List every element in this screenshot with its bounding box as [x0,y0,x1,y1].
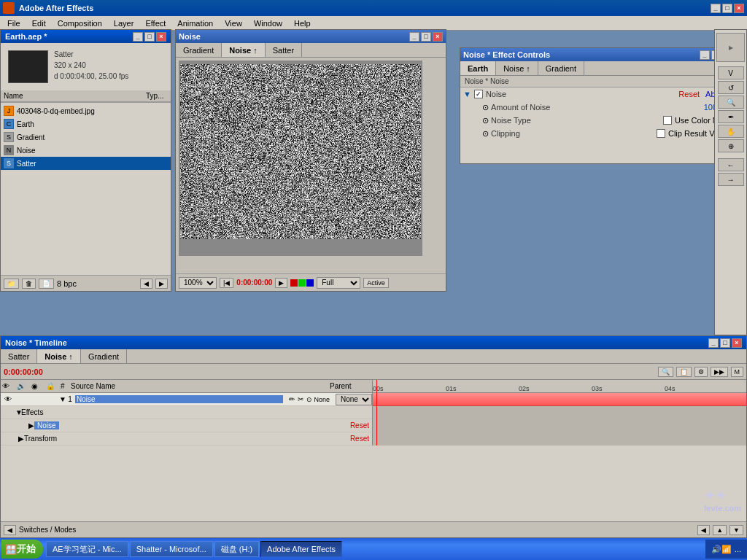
pen-tool[interactable]: ✒ [718,110,744,123]
clip-result-checkbox[interactable] [657,129,665,138]
hand-tool[interactable]: ✋ [718,125,744,138]
layer-visibility-icon[interactable]: 👁 [1,395,15,403]
tl-tool-1[interactable]: 🔍 [658,367,673,377]
taskbar-item-ae-notes[interactable]: AE学习笔记 - Mic... [46,541,128,557]
ec-tab-earth[interactable]: Earth [460,61,496,75]
active-btn[interactable]: Active [363,278,389,288]
viewer-controls-btns[interactable]: _ □ × [409,32,443,42]
arrow-left-tool[interactable]: ← [718,158,744,171]
tl-tab-gradient[interactable]: Gradient [81,349,127,363]
menu-composition[interactable]: Composition [52,18,108,29]
timeline-tabs: Satter Noise ↑ Gradient [1,349,746,364]
timeline-bottom-bar: ◀ Switches / Modes ◀ ▲ ▼ [1,521,746,537]
rotate-tool[interactable]: ↺ [718,81,744,94]
viewer-canvas-area [179,61,422,256]
effects-arrow[interactable]: ▼ [15,408,21,416]
noise-reset-btn[interactable]: Reset [678,90,700,98]
menu-view[interactable]: View [219,18,248,29]
project-list-header: Name Typ... [1,90,171,102]
start-button[interactable]: 🪟 开始 [1,540,43,559]
tl-minimize-btn[interactable]: _ [708,338,719,348]
tl-bottom-left[interactable]: ◀ [4,525,16,535]
noise-eff-reset[interactable]: Reset [350,421,372,429]
preview-btn[interactable]: ▶ [275,278,287,288]
ec-tab-gradient[interactable]: Gradient [538,61,584,75]
viewer-close-btn[interactable]: × [433,32,443,42]
layer-row[interactable]: 👁 ▼ 1 Noise ✏ ✂ ⊙ None None [1,393,372,406]
select-tool[interactable]: V [718,66,744,79]
effect-name: Noise * Noise [460,76,736,88]
list-item-selected[interactable]: S Satter [1,157,171,170]
new-folder-btn[interactable]: 📁 [4,279,19,289]
taskbar-item-shatter[interactable]: Shatter - Microsof... [130,541,213,557]
app-window-controls[interactable]: _ □ × [711,4,744,13]
viewer-maximize-btn[interactable]: □ [421,32,431,42]
col-solo: ◉ [30,382,44,390]
maximize-button[interactable]: □ [722,4,732,13]
tl-maximize-btn[interactable]: □ [720,338,730,348]
project-preview-area: Satter 320 x 240 d 0:00:04:00, 25.00 fps [1,43,171,90]
menu-file[interactable]: File [1,18,26,29]
project-close-btn[interactable]: × [156,32,166,42]
scroll-right[interactable]: ▶ [155,279,168,289]
menu-help[interactable]: Help [288,18,317,29]
timeline-window-controls[interactable]: _ □ × [708,338,742,348]
tl-tab-satter[interactable]: Satter [1,349,37,363]
noise-eff-arrow[interactable]: ▶ [28,421,34,429]
layer-pencil-icon[interactable]: ✏ [289,395,298,403]
tl-close-btn[interactable]: × [732,338,742,348]
list-item[interactable]: N Noise [1,144,171,157]
menu-layer[interactable]: Layer [108,18,140,29]
effect-noise-row: ▼ ✓ Noise Reset About... [460,88,736,101]
close-button[interactable]: × [734,4,744,13]
minimize-button[interactable]: _ [711,4,721,13]
layer-expand-arrow[interactable]: ▼ [59,395,65,403]
tl-bottom-play[interactable]: ◀ [697,525,710,535]
transform-reset[interactable]: Reset [350,435,372,443]
parent-select[interactable]: None [336,394,372,405]
quality-select[interactable]: Full Half Quarter [317,277,360,289]
project-minimize-btn[interactable]: _ [133,32,143,42]
arrow-right-tool[interactable]: → [718,173,744,186]
menu-animation[interactable]: Animation [171,18,219,29]
tl-tool-4[interactable]: ▶▶ [711,367,728,377]
tab-noise[interactable]: Noise ↑ [222,43,266,57]
noise-enable-checkbox[interactable]: ✓ [474,90,483,98]
use-color-checkbox[interactable] [663,116,672,125]
list-item[interactable]: C Earth [1,117,171,131]
zoom-tool[interactable]: 🔍 [718,96,744,109]
delete-btn[interactable]: 🗑 [22,279,36,289]
layer-edit-icon[interactable]: ✂ [298,395,306,403]
tab-satter[interactable]: Satter [266,43,302,57]
tl-tool-2[interactable]: 📋 [676,367,692,377]
first-frame-btn[interactable]: |◀ [220,278,233,288]
project-maximize-btn[interactable]: □ [144,32,155,42]
transform-arrow[interactable]: ▶ [18,435,24,443]
menu-window[interactable]: Window [248,18,288,29]
viewer-minimize-btn[interactable]: _ [409,32,419,42]
tl-tab-noise[interactable]: Noise ↑ [37,349,81,363]
new-item-btn[interactable]: 📄 [39,279,54,289]
tl-tool-3[interactable]: ⚙ [694,367,708,377]
tl-bottom-end[interactable]: ▲ [713,525,727,535]
ruler-2s: 02s [519,385,530,392]
current-time[interactable]: 0:00:00:00 [4,368,43,376]
taskbar-item-ae[interactable]: Adobe After Effects [260,541,342,557]
scroll-left[interactable]: ◀ [140,279,152,289]
ec-minimize-btn[interactable]: _ [700,50,710,60]
noise-collapse-arrow[interactable]: ▼ [463,90,471,98]
tab-gradient[interactable]: Gradient [176,43,222,57]
playhead[interactable] [376,380,377,446]
watermark-url: fevte.com [704,504,741,513]
list-item[interactable]: S Gradient [1,131,171,144]
menu-effect[interactable]: Effect [139,18,171,29]
taskbar-item-disk[interactable]: 磁盘 (H:) [214,541,259,557]
tl-tool-5[interactable]: M [731,367,744,377]
magnify-tool[interactable]: ⊕ [718,139,744,152]
project-panel-controls[interactable]: _ □ × [133,32,166,42]
zoom-select[interactable]: 100% 50% 200% [179,277,217,289]
list-item[interactable]: J 403048-0-dq-embed.jpg [1,104,171,117]
tl-bottom-right[interactable]: ▼ [729,525,743,535]
ec-tab-noise[interactable]: Noise ↑ [496,61,538,75]
menu-edit[interactable]: Edit [26,18,52,29]
